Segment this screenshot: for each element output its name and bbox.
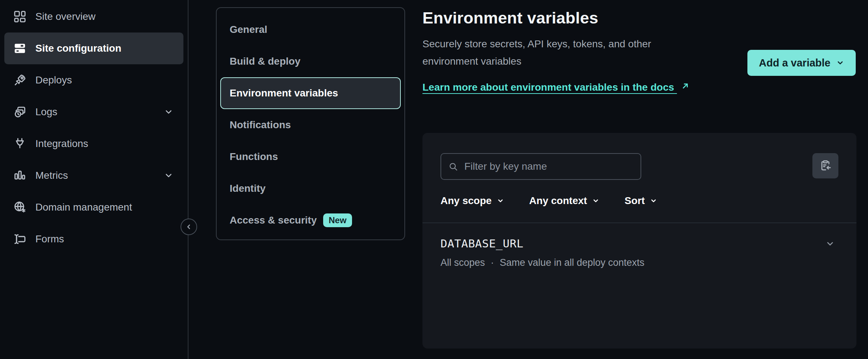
- plug-icon: [13, 137, 27, 151]
- sidebar-item-label: Site configuration: [35, 43, 121, 54]
- sidebar-item-label: Deploys: [35, 74, 72, 86]
- context-filter-dropdown[interactable]: Any context: [529, 195, 599, 207]
- filter-row: [440, 153, 838, 180]
- row-expand-chevron-icon[interactable]: [825, 239, 835, 248]
- sort-label: Sort: [625, 195, 645, 207]
- sidebar-item-label: Integrations: [35, 138, 88, 150]
- settings-nav-access-security[interactable]: Access & security New: [220, 204, 401, 236]
- nav-item-label: Access & security: [230, 215, 317, 226]
- page-description: Securely store secrets, API keys, tokens…: [422, 35, 702, 70]
- dashboard-grid-icon: [13, 10, 27, 23]
- docs-link[interactable]: Learn more about environment variables i…: [422, 79, 690, 96]
- sidebar-item-deploys[interactable]: Deploys: [4, 64, 183, 96]
- env-variable-meta: All scopes · Same value in all deploy co…: [440, 257, 838, 268]
- add-variable-button[interactable]: Add a variable: [747, 50, 856, 76]
- settings-nav-functions[interactable]: Functions: [220, 141, 401, 173]
- clipboard-import-icon: [819, 159, 832, 172]
- filter-input-wrap: [440, 153, 641, 180]
- search-icon: [448, 162, 458, 172]
- meta-separator: ·: [491, 257, 494, 268]
- env-variable-row[interactable]: DATABASE_URL All scopes · Same value in …: [440, 223, 838, 268]
- site-sidebar: Site overview Site configuration Deploys: [0, 0, 188, 359]
- form-input-icon: [13, 232, 27, 246]
- sidebar-item-integrations[interactable]: Integrations: [4, 128, 183, 160]
- nav-item-label: Notifications: [230, 119, 291, 131]
- env-scopes-label: All scopes: [440, 257, 485, 268]
- sidebar-item-label: Site overview: [35, 11, 96, 22]
- env-contexts-label: Same value in all deploy contexts: [500, 257, 645, 268]
- nav-item-label: Environment variables: [230, 87, 338, 99]
- sidebar-collapse-button[interactable]: [181, 219, 197, 235]
- logs-clock-icon: [13, 105, 27, 119]
- environment-variables-page: Environment variables Securely store sec…: [422, 0, 856, 359]
- sidebar-item-label: Domain management: [35, 202, 132, 213]
- settings-nav-identity[interactable]: Identity: [220, 173, 401, 204]
- sidebar-item-label: Metrics: [35, 170, 68, 181]
- env-variables-panel: Any scope Any context Sort DATABASE_URL: [422, 133, 856, 349]
- context-filter-label: Any context: [529, 195, 587, 207]
- chevron-left-icon: [185, 222, 193, 231]
- settings-nav-general[interactable]: General: [220, 14, 401, 46]
- nav-item-label: General: [230, 24, 267, 35]
- external-link-icon: [681, 81, 690, 91]
- scope-filter-dropdown[interactable]: Any scope: [440, 195, 504, 207]
- settings-nav-card: General Build & deploy Environment varia…: [216, 7, 405, 240]
- sidebar-item-domain-management[interactable]: Domain management: [4, 191, 183, 223]
- rocket-icon: [13, 73, 27, 87]
- nav-item-label: Build & deploy: [230, 56, 300, 67]
- chevron-down-icon: [164, 171, 173, 180]
- nav-item-label: Functions: [230, 151, 278, 163]
- page-title: Environment variables: [422, 9, 856, 27]
- sidebar-item-label: Forms: [35, 233, 64, 245]
- chevron-down-icon: [592, 197, 599, 204]
- settings-nav-environment-variables[interactable]: Environment variables: [220, 77, 401, 109]
- scope-filter-label: Any scope: [440, 195, 492, 207]
- sidebar-item-label: Logs: [35, 106, 57, 118]
- chevron-down-icon: [836, 59, 844, 67]
- env-variable-key: DATABASE_URL: [440, 237, 838, 250]
- sidebar-item-site-overview[interactable]: Site overview: [4, 1, 183, 33]
- chevron-down-icon: [164, 107, 173, 117]
- chevron-down-icon: [497, 197, 504, 204]
- settings-nav-notifications[interactable]: Notifications: [220, 109, 401, 141]
- sidebar-item-logs[interactable]: Logs: [4, 96, 183, 128]
- sidebar-item-metrics[interactable]: Metrics: [4, 160, 183, 191]
- filter-dropdown-row: Any scope Any context Sort: [440, 195, 838, 207]
- filter-by-key-input[interactable]: [440, 153, 641, 180]
- sidebar-item-forms[interactable]: Forms: [4, 223, 183, 255]
- sidebar-item-site-configuration[interactable]: Site configuration: [4, 33, 183, 64]
- new-badge: New: [323, 213, 352, 228]
- chevron-down-icon: [650, 197, 657, 204]
- globe-icon: [13, 200, 27, 214]
- docs-link-label: Learn more about environment variables i…: [422, 82, 674, 93]
- nav-item-label: Identity: [230, 183, 266, 194]
- server-stack-icon: [13, 42, 27, 55]
- sort-dropdown[interactable]: Sort: [625, 195, 657, 207]
- settings-nav-build-deploy[interactable]: Build & deploy: [220, 46, 401, 77]
- add-variable-label: Add a variable: [759, 57, 830, 69]
- bar-chart-icon: [13, 169, 27, 182]
- import-env-button[interactable]: [812, 153, 838, 178]
